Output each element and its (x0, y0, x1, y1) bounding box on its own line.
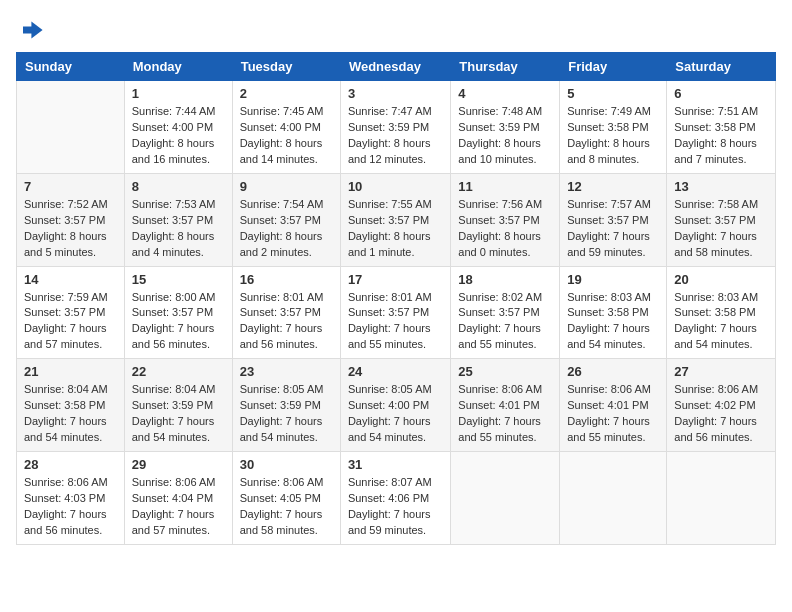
svg-marker-0 (23, 22, 43, 39)
day-number: 31 (348, 457, 443, 472)
calendar-day-cell: 14Sunrise: 7:59 AMSunset: 3:57 PMDayligh… (17, 266, 125, 359)
calendar-day-cell: 8Sunrise: 7:53 AMSunset: 3:57 PMDaylight… (124, 173, 232, 266)
calendar-day-cell: 13Sunrise: 7:58 AMSunset: 3:57 PMDayligh… (667, 173, 776, 266)
day-of-week-header: Friday (560, 53, 667, 81)
day-info: Sunrise: 8:02 AMSunset: 3:57 PMDaylight:… (458, 290, 552, 354)
day-number: 9 (240, 179, 333, 194)
calendar-day-cell: 23Sunrise: 8:05 AMSunset: 3:59 PMDayligh… (232, 359, 340, 452)
calendar-day-cell: 6Sunrise: 7:51 AMSunset: 3:58 PMDaylight… (667, 81, 776, 174)
calendar-day-cell: 30Sunrise: 8:06 AMSunset: 4:05 PMDayligh… (232, 452, 340, 545)
day-info: Sunrise: 8:06 AMSunset: 4:02 PMDaylight:… (674, 382, 768, 446)
calendar-week-row: 28Sunrise: 8:06 AMSunset: 4:03 PMDayligh… (17, 452, 776, 545)
day-number: 23 (240, 364, 333, 379)
day-number: 7 (24, 179, 117, 194)
day-info: Sunrise: 7:58 AMSunset: 3:57 PMDaylight:… (674, 197, 768, 261)
calendar-day-cell: 25Sunrise: 8:06 AMSunset: 4:01 PMDayligh… (451, 359, 560, 452)
day-number: 25 (458, 364, 552, 379)
calendar-day-cell: 2Sunrise: 7:45 AMSunset: 4:00 PMDaylight… (232, 81, 340, 174)
day-info: Sunrise: 8:04 AMSunset: 3:58 PMDaylight:… (24, 382, 117, 446)
day-of-week-header: Thursday (451, 53, 560, 81)
day-info: Sunrise: 8:03 AMSunset: 3:58 PMDaylight:… (567, 290, 659, 354)
day-number: 15 (132, 272, 225, 287)
calendar-header-row: SundayMondayTuesdayWednesdayThursdayFrid… (17, 53, 776, 81)
day-info: Sunrise: 7:48 AMSunset: 3:59 PMDaylight:… (458, 104, 552, 168)
day-info: Sunrise: 7:45 AMSunset: 4:00 PMDaylight:… (240, 104, 333, 168)
calendar-day-cell: 29Sunrise: 8:06 AMSunset: 4:04 PMDayligh… (124, 452, 232, 545)
day-number: 6 (674, 86, 768, 101)
day-number: 8 (132, 179, 225, 194)
day-info: Sunrise: 8:01 AMSunset: 3:57 PMDaylight:… (348, 290, 443, 354)
day-number: 10 (348, 179, 443, 194)
day-number: 4 (458, 86, 552, 101)
calendar-day-cell: 1Sunrise: 7:44 AMSunset: 4:00 PMDaylight… (124, 81, 232, 174)
day-info: Sunrise: 8:06 AMSunset: 4:05 PMDaylight:… (240, 475, 333, 539)
day-number: 11 (458, 179, 552, 194)
calendar-day-cell: 17Sunrise: 8:01 AMSunset: 3:57 PMDayligh… (340, 266, 450, 359)
day-number: 29 (132, 457, 225, 472)
day-info: Sunrise: 7:54 AMSunset: 3:57 PMDaylight:… (240, 197, 333, 261)
day-info: Sunrise: 7:55 AMSunset: 3:57 PMDaylight:… (348, 197, 443, 261)
day-info: Sunrise: 7:44 AMSunset: 4:00 PMDaylight:… (132, 104, 225, 168)
day-number: 17 (348, 272, 443, 287)
day-info: Sunrise: 7:52 AMSunset: 3:57 PMDaylight:… (24, 197, 117, 261)
calendar-day-cell: 27Sunrise: 8:06 AMSunset: 4:02 PMDayligh… (667, 359, 776, 452)
day-number: 19 (567, 272, 659, 287)
day-number: 3 (348, 86, 443, 101)
calendar-day-cell: 21Sunrise: 8:04 AMSunset: 3:58 PMDayligh… (17, 359, 125, 452)
day-info: Sunrise: 8:01 AMSunset: 3:57 PMDaylight:… (240, 290, 333, 354)
calendar-week-row: 21Sunrise: 8:04 AMSunset: 3:58 PMDayligh… (17, 359, 776, 452)
day-info: Sunrise: 8:06 AMSunset: 4:03 PMDaylight:… (24, 475, 117, 539)
day-number: 14 (24, 272, 117, 287)
calendar-week-row: 14Sunrise: 7:59 AMSunset: 3:57 PMDayligh… (17, 266, 776, 359)
calendar-day-cell: 28Sunrise: 8:06 AMSunset: 4:03 PMDayligh… (17, 452, 125, 545)
day-of-week-header: Wednesday (340, 53, 450, 81)
day-info: Sunrise: 8:03 AMSunset: 3:58 PMDaylight:… (674, 290, 768, 354)
calendar-day-cell: 19Sunrise: 8:03 AMSunset: 3:58 PMDayligh… (560, 266, 667, 359)
day-number: 5 (567, 86, 659, 101)
day-number: 13 (674, 179, 768, 194)
day-number: 22 (132, 364, 225, 379)
day-info: Sunrise: 8:06 AMSunset: 4:01 PMDaylight:… (567, 382, 659, 446)
page-header (16, 16, 776, 44)
day-of-week-header: Tuesday (232, 53, 340, 81)
calendar-day-cell: 24Sunrise: 8:05 AMSunset: 4:00 PMDayligh… (340, 359, 450, 452)
day-number: 27 (674, 364, 768, 379)
calendar-table: SundayMondayTuesdayWednesdayThursdayFrid… (16, 52, 776, 545)
calendar-day-cell: 10Sunrise: 7:55 AMSunset: 3:57 PMDayligh… (340, 173, 450, 266)
calendar-day-cell (560, 452, 667, 545)
calendar-week-row: 7Sunrise: 7:52 AMSunset: 3:57 PMDaylight… (17, 173, 776, 266)
day-number: 30 (240, 457, 333, 472)
day-info: Sunrise: 7:51 AMSunset: 3:58 PMDaylight:… (674, 104, 768, 168)
day-info: Sunrise: 8:07 AMSunset: 4:06 PMDaylight:… (348, 475, 443, 539)
calendar-day-cell: 26Sunrise: 8:06 AMSunset: 4:01 PMDayligh… (560, 359, 667, 452)
calendar-day-cell (667, 452, 776, 545)
day-number: 26 (567, 364, 659, 379)
day-number: 24 (348, 364, 443, 379)
day-of-week-header: Monday (124, 53, 232, 81)
day-info: Sunrise: 7:56 AMSunset: 3:57 PMDaylight:… (458, 197, 552, 261)
day-number: 28 (24, 457, 117, 472)
calendar-day-cell: 3Sunrise: 7:47 AMSunset: 3:59 PMDaylight… (340, 81, 450, 174)
day-info: Sunrise: 8:00 AMSunset: 3:57 PMDaylight:… (132, 290, 225, 354)
calendar-day-cell: 15Sunrise: 8:00 AMSunset: 3:57 PMDayligh… (124, 266, 232, 359)
day-of-week-header: Sunday (17, 53, 125, 81)
day-info: Sunrise: 7:47 AMSunset: 3:59 PMDaylight:… (348, 104, 443, 168)
logo-icon (16, 16, 44, 44)
calendar-day-cell: 12Sunrise: 7:57 AMSunset: 3:57 PMDayligh… (560, 173, 667, 266)
day-info: Sunrise: 7:53 AMSunset: 3:57 PMDaylight:… (132, 197, 225, 261)
day-info: Sunrise: 7:59 AMSunset: 3:57 PMDaylight:… (24, 290, 117, 354)
day-info: Sunrise: 8:06 AMSunset: 4:04 PMDaylight:… (132, 475, 225, 539)
calendar-day-cell: 5Sunrise: 7:49 AMSunset: 3:58 PMDaylight… (560, 81, 667, 174)
calendar-day-cell: 16Sunrise: 8:01 AMSunset: 3:57 PMDayligh… (232, 266, 340, 359)
day-number: 12 (567, 179, 659, 194)
calendar-day-cell: 20Sunrise: 8:03 AMSunset: 3:58 PMDayligh… (667, 266, 776, 359)
day-number: 18 (458, 272, 552, 287)
day-info: Sunrise: 7:57 AMSunset: 3:57 PMDaylight:… (567, 197, 659, 261)
calendar-day-cell: 31Sunrise: 8:07 AMSunset: 4:06 PMDayligh… (340, 452, 450, 545)
day-number: 21 (24, 364, 117, 379)
day-info: Sunrise: 7:49 AMSunset: 3:58 PMDaylight:… (567, 104, 659, 168)
day-of-week-header: Saturday (667, 53, 776, 81)
calendar-day-cell: 9Sunrise: 7:54 AMSunset: 3:57 PMDaylight… (232, 173, 340, 266)
day-number: 2 (240, 86, 333, 101)
calendar-day-cell (17, 81, 125, 174)
